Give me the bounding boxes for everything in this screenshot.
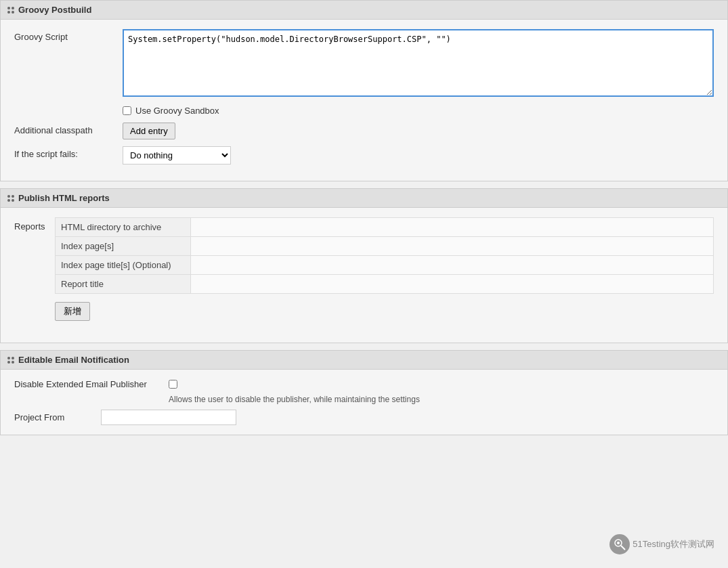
groovy-postbuild-title: Groovy Postbuild bbox=[18, 5, 91, 15]
index-pages-row: Index page[s] index.html bbox=[56, 237, 714, 256]
email-notification-section: Editable Email Notification Disable Exte… bbox=[0, 350, 728, 435]
script-fails-select[interactable]: Do nothing Mark build unstable Mark buil… bbox=[123, 146, 231, 165]
add-entry-button[interactable]: Add entry bbox=[123, 123, 175, 139]
sandbox-label: Use Groovy Sandbox bbox=[135, 106, 219, 116]
report-title-input[interactable]: HTML Report bbox=[196, 278, 708, 290]
index-title-label: Index page title[s] (Optional) bbox=[56, 256, 191, 275]
html-directory-cell: web bbox=[191, 218, 714, 237]
index-title-row: Index page title[s] (Optional) bbox=[56, 256, 714, 275]
reports-label: Reports bbox=[14, 217, 55, 232]
project-from-row: Project From bbox=[14, 410, 714, 425]
script-fails-row: If the script fails: Do nothing Mark bui… bbox=[14, 146, 714, 165]
index-pages-input[interactable]: index.html bbox=[196, 240, 708, 253]
additional-classpath-label: Additional classpath bbox=[14, 123, 123, 135]
section-grip-icon bbox=[7, 7, 14, 14]
groovy-postbuild-header: Groovy Postbuild bbox=[1, 1, 727, 20]
groovy-postbuild-section: Groovy Postbuild Groovy Script System.se… bbox=[0, 0, 728, 181]
project-from-label: Project From bbox=[14, 412, 95, 422]
index-pages-cell: index.html bbox=[191, 237, 714, 256]
email-notification-body: Disable Extended Email Publisher Allows … bbox=[1, 370, 727, 435]
publish-html-title: Publish HTML reports bbox=[18, 193, 110, 203]
html-directory-row: HTML directory to archive web bbox=[56, 218, 714, 237]
section-grip-icon-3 bbox=[7, 357, 14, 364]
publish-html-header: Publish HTML reports bbox=[1, 189, 727, 208]
html-directory-label: HTML directory to archive bbox=[56, 218, 191, 237]
publish-html-section: Publish HTML reports Reports HTML direct… bbox=[0, 188, 728, 343]
email-notification-header: Editable Email Notification bbox=[1, 351, 727, 370]
disable-email-desc: Allows the user to disable the publisher… bbox=[14, 395, 714, 404]
publish-html-body: Reports HTML directory to archive web In… bbox=[1, 208, 727, 343]
groovy-postbuild-body: Groovy Script System.setProperty("hudson… bbox=[1, 20, 727, 181]
report-title-label: Report title bbox=[56, 275, 191, 294]
groovy-script-row: Groovy Script System.setProperty("hudson… bbox=[14, 29, 714, 99]
report-title-cell: HTML Report bbox=[191, 275, 714, 294]
groovy-script-textarea[interactable]: System.setProperty("hudson.model.Directo… bbox=[123, 29, 714, 97]
groovy-script-control: System.setProperty("hudson.model.Directo… bbox=[123, 29, 714, 99]
reports-content: HTML directory to archive web Index page… bbox=[55, 217, 714, 326]
index-pages-label: Index page[s] bbox=[56, 237, 191, 256]
sandbox-row: Use Groovy Sandbox bbox=[14, 106, 714, 116]
disable-email-row: Disable Extended Email Publisher bbox=[14, 379, 714, 389]
reports-table: HTML directory to archive web Index page… bbox=[55, 217, 714, 294]
index-title-cell bbox=[191, 256, 714, 275]
html-directory-input[interactable]: web bbox=[196, 221, 708, 234]
additional-classpath-row: Additional classpath Add entry bbox=[14, 123, 714, 139]
disable-email-checkbox[interactable] bbox=[169, 380, 177, 389]
project-from-input[interactable] bbox=[101, 410, 236, 425]
section-grip-icon-2 bbox=[7, 195, 14, 202]
add-report-button[interactable]: 新增 bbox=[55, 302, 90, 321]
script-fails-label: If the script fails: bbox=[14, 146, 123, 159]
disable-email-label: Disable Extended Email Publisher bbox=[14, 379, 163, 389]
report-title-row: Report title HTML Report bbox=[56, 275, 714, 294]
groovy-script-label: Groovy Script bbox=[14, 29, 123, 42]
reports-row: Reports HTML directory to archive web In… bbox=[14, 217, 714, 326]
index-title-input[interactable] bbox=[196, 259, 708, 271]
email-notification-title: Editable Email Notification bbox=[18, 355, 129, 365]
additional-classpath-control: Add entry bbox=[123, 123, 714, 139]
script-fails-control: Do nothing Mark build unstable Mark buil… bbox=[123, 146, 714, 165]
sandbox-checkbox[interactable] bbox=[123, 106, 131, 115]
